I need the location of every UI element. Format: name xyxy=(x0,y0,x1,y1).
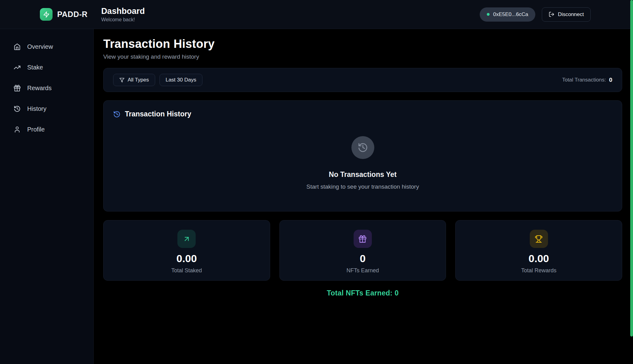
sidebar-item-stake[interactable]: Stake xyxy=(0,60,93,75)
type-filter-label: All Types xyxy=(128,77,149,83)
history-icon xyxy=(113,111,121,118)
wallet-address: 0xE5E0...6cCa xyxy=(493,11,528,18)
stat-label: NFTs Earned xyxy=(346,267,379,274)
main-content: Transaction History View your staking an… xyxy=(94,29,633,364)
history-icon xyxy=(358,142,368,153)
sidebar-item-label: History xyxy=(27,105,46,112)
stat-value: 0.00 xyxy=(176,253,197,265)
date-filter-label: Last 30 Days xyxy=(166,77,196,83)
stat-label: Total Rewards xyxy=(521,267,556,274)
card-header: Transaction History xyxy=(113,110,612,118)
date-filter-button[interactable]: Last 30 Days xyxy=(159,74,202,86)
app-header: PADD-R Dashboard Welcome back! 0xE5E0...… xyxy=(0,0,633,29)
type-filter-button[interactable]: All Types xyxy=(113,74,155,86)
header-title: Dashboard xyxy=(101,6,145,16)
stat-value: 0.00 xyxy=(529,253,549,265)
home-icon xyxy=(14,43,21,50)
sidebar-item-label: Profile xyxy=(27,126,45,133)
trending-up-icon xyxy=(14,64,21,71)
trophy-icon xyxy=(530,230,548,248)
user-icon xyxy=(14,126,21,133)
filter-buttons: All Types Last 30 Days xyxy=(113,74,202,86)
sidebar-item-history[interactable]: History xyxy=(0,101,93,116)
stat-card-total-staked: 0.00 Total Staked xyxy=(103,220,270,281)
filter-funnel-icon xyxy=(119,77,125,83)
card-title: Transaction History xyxy=(125,110,191,118)
sidebar-item-overview[interactable]: Overview xyxy=(0,39,93,54)
page-title: Transaction History xyxy=(103,37,622,51)
empty-state-title: No Transactions Yet xyxy=(329,170,397,179)
empty-state-circle xyxy=(351,136,374,159)
filter-bar: All Types Last 30 Days Total Transaction… xyxy=(103,68,622,92)
sidebar-item-profile[interactable]: Profile xyxy=(0,122,93,137)
stat-card-nfts-earned: 0 NFTs Earned xyxy=(279,220,446,281)
sidebar-item-rewards[interactable]: Rewards xyxy=(0,81,93,95)
total-transactions-label: Total Transactions: xyxy=(562,77,606,83)
stats-row: 0.00 Total Staked 0 NFTs Earned 0.00 Tot… xyxy=(103,220,622,281)
connection-status-dot xyxy=(487,13,490,16)
arrow-up-right-icon xyxy=(177,230,196,248)
sidebar-item-label: Stake xyxy=(27,64,43,71)
disconnect-label: Disconnect xyxy=(558,11,584,18)
history-icon xyxy=(14,105,21,112)
scrollbar-thumb[interactable] xyxy=(630,0,633,337)
sidebar-item-label: Rewards xyxy=(27,85,52,92)
header-actions: 0xE5E0...6cCa Disconnect xyxy=(480,7,591,22)
zap-icon xyxy=(43,11,50,18)
brand-name: PADD-R xyxy=(57,10,87,19)
header-subtitle: Welcome back! xyxy=(101,17,145,23)
header-title-block: Dashboard Welcome back! xyxy=(101,6,145,23)
app-logo xyxy=(40,8,53,21)
logout-icon xyxy=(549,11,554,17)
gift-icon xyxy=(14,85,21,92)
total-transactions: Total Transactions: 0 xyxy=(562,77,612,83)
stat-card-total-rewards: 0.00 Total Rewards xyxy=(455,220,622,281)
sidebar: Overview Stake Rewards History Profile xyxy=(0,29,94,364)
empty-state: No Transactions Yet Start staking to see… xyxy=(113,136,612,190)
wallet-address-badge[interactable]: 0xE5E0...6cCa xyxy=(480,7,535,22)
stat-value: 0 xyxy=(360,253,366,265)
transaction-history-card: Transaction History No Transactions Yet … xyxy=(103,100,622,211)
page-subtitle: View your staking and reward history xyxy=(103,53,622,60)
disconnect-button[interactable]: Disconnect xyxy=(542,7,591,22)
stat-label: Total Staked xyxy=(171,267,202,274)
total-transactions-value: 0 xyxy=(609,77,612,83)
total-nfts-earned-text: Total NFTs Earned: 0 xyxy=(103,289,622,297)
gift-icon xyxy=(354,230,372,248)
sidebar-item-label: Overview xyxy=(27,43,53,50)
brand-group: PADD-R Dashboard Welcome back! xyxy=(40,6,145,23)
empty-state-subtitle: Start staking to see your transaction hi… xyxy=(306,183,419,190)
